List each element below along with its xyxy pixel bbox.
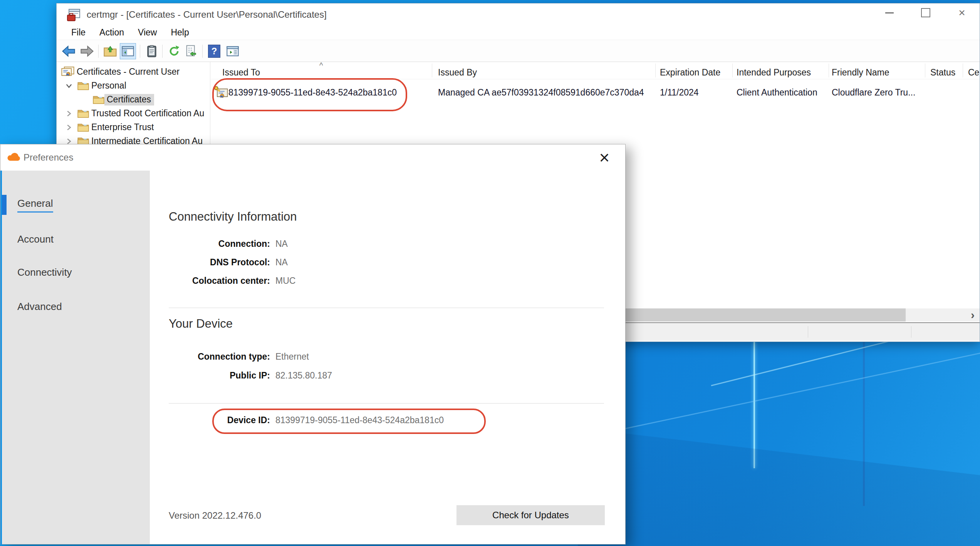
up-level-button[interactable] [102, 43, 118, 59]
desktop: certmgr - [Certificates - Current User\P… [0, 0, 980, 546]
folder-icon [77, 109, 89, 119]
maximize-button[interactable] [916, 4, 935, 21]
column-header-certificate-template[interactable]: Ce [968, 67, 979, 78]
tree-item-certificates[interactable]: Certificates [93, 93, 154, 107]
tree-item-label: Personal [89, 80, 129, 92]
tree-item-personal[interactable]: Personal [65, 79, 129, 93]
field-row-colocation-center: Colocation center: MUC [139, 276, 295, 286]
field-row-connection-type: Connection type: Ethernet [139, 352, 309, 362]
sidebar-item-label: General [17, 198, 53, 213]
tree-item-certificates-current-user[interactable]: Certificates - Current User [61, 65, 183, 79]
field-row-device-id: Device ID: 81399719-9055-11ed-8e43-524a2… [139, 415, 444, 425]
section-divider [169, 403, 604, 404]
sidebar-item-label: Advanced [17, 301, 62, 313]
chevron-expanded-icon [65, 82, 73, 90]
clipboard-icon [147, 45, 157, 57]
wallpaper-shading [578, 377, 980, 546]
scroll-right-icon: › [971, 308, 975, 322]
preferences-close-button[interactable]: × [593, 146, 616, 169]
tree-item-label: Enterprise Trust [89, 122, 157, 133]
field-label: DNS Protocol: [139, 257, 270, 268]
preferences-window: Preferences × General Account Connectivi… [0, 144, 626, 544]
cell-issued-by: Managed CA ae57f03931324f08591d660e7c370… [438, 87, 644, 98]
close-icon: × [599, 147, 610, 168]
window-title: certmgr - [Certificates - Current User\P… [87, 9, 327, 20]
field-label: Colocation center: [139, 276, 270, 286]
menu-help[interactable]: Help [164, 27, 196, 39]
folder-icon [93, 95, 104, 105]
maximize-icon [921, 8, 930, 17]
certmgr-titlebar[interactable]: certmgr - [Certificates - Current User\P… [57, 3, 980, 26]
tree-item-enterprise-trust[interactable]: Enterprise Trust [65, 121, 157, 134]
sidebar-item-account[interactable]: Account [2, 229, 150, 249]
tree-item-label: Trusted Root Certification Au [89, 108, 207, 119]
menu-view[interactable]: View [131, 27, 164, 39]
sidebar-item-label: Account [17, 233, 54, 245]
menu-action[interactable]: Action [92, 27, 131, 39]
column-header-friendly-name[interactable]: Friendly Name [832, 67, 889, 78]
help-button[interactable]: ? [206, 43, 222, 59]
field-label: Public IP: [139, 370, 270, 381]
forward-icon [81, 45, 94, 57]
folder-icon [77, 122, 89, 132]
certificate-row[interactable]: 81399719-9055-11ed-8e43-524a2ba181c0 Man… [211, 83, 980, 104]
field-row-dns-protocol: DNS Protocol: NA [139, 257, 288, 268]
preferences-title: Preferences [23, 152, 73, 163]
certmgr-menubar: File Action View Help [57, 26, 980, 40]
minimize-button[interactable] [880, 4, 899, 21]
chevron-collapsed-icon [65, 110, 73, 117]
field-label: Connection: [139, 239, 270, 249]
tree-item-label-selected: Certificates [104, 94, 154, 106]
certificate-with-key-icon [214, 86, 228, 100]
check-for-updates-button[interactable]: Check for Updates [456, 505, 605, 525]
certmgr-toolbar: ? [57, 40, 980, 62]
column-header-intended-purposes[interactable]: Intended Purposes [737, 67, 811, 78]
field-label: Device ID: [139, 415, 270, 425]
console-tree-icon [122, 46, 134, 57]
refresh-button[interactable] [166, 43, 182, 59]
sidebar-item-connectivity[interactable]: Connectivity [2, 262, 150, 282]
back-button[interactable] [60, 43, 77, 59]
column-header-issued-by[interactable]: Issued By [438, 67, 477, 78]
section-heading-connectivity-information: Connectivity Information [169, 210, 297, 224]
column-header-status[interactable]: Status [930, 67, 955, 78]
certmgr-app-icon [67, 8, 81, 22]
tree-item-trusted-root[interactable]: Trusted Root Certification Au [65, 107, 207, 121]
selected-tab-accent [2, 195, 7, 215]
preferences-sidebar: General Account Connectivity Advanced [2, 171, 150, 544]
minimize-icon [885, 12, 894, 13]
forward-button[interactable] [79, 43, 95, 59]
export-button[interactable] [184, 43, 200, 59]
scroll-right-button[interactable]: › [966, 308, 980, 322]
paste-button[interactable] [144, 43, 160, 59]
close-button[interactable]: × [953, 4, 971, 21]
show-console-tree-button[interactable] [120, 43, 136, 59]
action-pane-button[interactable] [225, 43, 241, 59]
cell-intended-purposes: Client Authentication [737, 87, 817, 98]
field-row-connection: Connection: NA [139, 239, 288, 249]
tree-item-label: Certificates - Current User [74, 66, 183, 78]
export-list-icon [186, 45, 198, 57]
help-icon: ? [208, 45, 220, 58]
cell-issued-to: 81399719-9055-11ed-8e43-524a2ba181c0 [228, 87, 397, 98]
chevron-collapsed-icon [65, 124, 73, 131]
section-divider [169, 308, 604, 308]
section-heading-your-device: Your Device [169, 317, 233, 331]
cell-expiration-date: 1/11/2024 [660, 87, 699, 98]
close-icon: × [958, 7, 965, 18]
field-value: NA [275, 239, 288, 249]
sidebar-item-advanced[interactable]: Advanced [2, 296, 150, 317]
field-value: Ethernet [275, 352, 309, 362]
column-header-issued-to[interactable]: Issued To [222, 67, 260, 78]
preferences-titlebar[interactable]: Preferences × [0, 144, 625, 171]
sidebar-item-label: Connectivity [17, 266, 72, 278]
cloudflare-cloud-icon [7, 152, 21, 162]
column-header-expiration-date[interactable]: Expiration Date [660, 67, 720, 78]
menu-file[interactable]: File [64, 27, 92, 39]
folder-icon [77, 81, 89, 91]
device-id-value: 81399719-9055-11ed-8e43-524a2ba181c0 [275, 415, 444, 425]
sidebar-item-general[interactable]: General [2, 195, 150, 215]
field-value: MUC [275, 276, 295, 286]
certificates-store-icon [61, 66, 74, 78]
refresh-icon [168, 45, 180, 57]
